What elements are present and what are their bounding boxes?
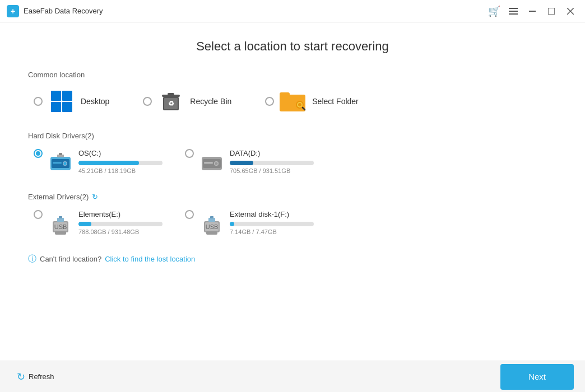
svg-rect-13: [280, 92, 290, 97]
svg-point-17: [298, 103, 301, 106]
os-c-drive-name: OS(C:): [78, 149, 162, 157]
svg-rect-36: [55, 231, 66, 235]
svg-rect-25: [59, 153, 62, 155]
select-folder-icon: [280, 88, 307, 115]
elements-e-drive-item[interactable]: USB Elements(E:) 788.08GB / 931.48GB: [34, 210, 162, 237]
page-title: Select a location to start recovering: [28, 39, 557, 54]
data-d-progress-bg: [230, 161, 314, 165]
cant-find-prefix: Can't find location?: [40, 255, 101, 263]
external-f-radio[interactable]: [185, 210, 194, 219]
data-d-progress-fill: [230, 161, 253, 165]
refresh-label: Refresh: [29, 372, 54, 381]
refresh-spin-icon: ↻: [92, 193, 98, 201]
close-button[interactable]: [563, 3, 578, 19]
cant-find-row: ⓘ Can't find location? Click to find the…: [28, 254, 557, 264]
data-d-drive-size: 705.65GB / 931.51GB: [230, 167, 314, 174]
minimize-button[interactable]: [524, 3, 540, 19]
desktop-icon: [48, 88, 75, 115]
desktop-label: Desktop: [81, 97, 109, 106]
os-c-radio[interactable]: [34, 149, 43, 158]
svg-rect-40: [210, 216, 213, 218]
hard-disk-drives-row: OS(C:) 45.21GB / 118.19GB DATA(: [28, 149, 557, 176]
titlebar: + EaseFab Data Recovery 🛒: [0, 0, 585, 22]
hard-disk-section-title: Hard Disk Drivers(2): [28, 132, 557, 140]
footer: ↻ Refresh Next: [0, 361, 585, 392]
common-location-row: Desktop ♻ Recycle Bin: [28, 88, 557, 115]
elements-e-radio[interactable]: [34, 210, 43, 219]
find-lost-location-link[interactable]: Click to find the lost location: [105, 255, 195, 263]
app-title: EaseFab Data Recovery: [24, 7, 486, 15]
data-d-radio[interactable]: [185, 149, 194, 158]
recycle-bin-radio[interactable]: [143, 97, 152, 106]
select-folder-label: Select Folder: [312, 97, 358, 106]
svg-rect-0: [509, 8, 518, 9]
desktop-radio[interactable]: [34, 97, 43, 106]
svg-rect-1: [509, 11, 518, 12]
svg-rect-4: [548, 8, 555, 15]
svg-rect-39: [208, 218, 215, 222]
cart-icon[interactable]: 🛒: [486, 3, 502, 19]
data-d-drive-name: DATA(D:): [230, 149, 314, 157]
external-f-drive-item[interactable]: USB External disk-1(F:) 7.14GB / 7.47GB: [185, 210, 314, 237]
svg-rect-23: [53, 162, 62, 164]
select-folder-radio[interactable]: [265, 97, 274, 106]
data-d-hdd-icon: [199, 151, 224, 176]
external-f-usb-icon: USB: [199, 212, 224, 237]
svg-rect-10: [168, 93, 174, 95]
svg-text:♻: ♻: [168, 100, 174, 108]
elements-e-progress-fill: [78, 222, 91, 226]
main-content: Select a location to start recovering Co…: [0, 22, 585, 361]
menu-icon[interactable]: [505, 3, 521, 19]
select-folder-location-item[interactable]: Select Folder: [265, 88, 358, 115]
os-c-drive-item[interactable]: OS(C:) 45.21GB / 118.19GB: [34, 149, 162, 176]
svg-point-22: [64, 162, 67, 165]
os-c-hdd-icon: [48, 151, 73, 176]
external-f-drive-info: External disk-1(F:) 7.14GB / 7.47GB: [230, 210, 314, 235]
svg-text:USB: USB: [206, 223, 219, 230]
window-controls: 🛒: [486, 3, 578, 19]
svg-point-29: [215, 162, 218, 165]
svg-rect-34: [59, 216, 62, 218]
maximize-button[interactable]: [544, 3, 559, 19]
external-drives-row: USB Elements(E:) 788.08GB / 931.48GB: [28, 210, 557, 237]
elements-e-drive-size: 788.08GB / 931.48GB: [78, 228, 162, 235]
svg-rect-42: [206, 231, 217, 235]
common-location-label: Common location: [28, 71, 557, 79]
svg-rect-30: [204, 162, 213, 164]
svg-rect-2: [509, 13, 518, 15]
svg-text:USB: USB: [54, 223, 67, 230]
svg-rect-3: [529, 11, 536, 12]
next-button[interactable]: Next: [500, 364, 574, 390]
svg-rect-33: [57, 218, 64, 222]
recycle-bin-location-item[interactable]: ♻ Recycle Bin: [143, 88, 231, 115]
os-c-progress-bg: [78, 161, 162, 165]
external-f-progress-fill: [230, 222, 234, 226]
external-f-drive-name: External disk-1(F:): [230, 210, 314, 218]
desktop-location-item[interactable]: Desktop: [34, 88, 109, 115]
elements-e-progress-bg: [78, 222, 162, 226]
elements-e-drive-name: Elements(E:): [78, 210, 162, 218]
external-f-drive-size: 7.14GB / 7.47GB: [230, 228, 314, 235]
data-d-drive-item[interactable]: DATA(D:) 705.65GB / 931.51GB: [185, 149, 314, 176]
recycle-bin-icon: ♻: [157, 88, 184, 115]
elements-e-drive-info: Elements(E:) 788.08GB / 931.48GB: [78, 210, 162, 235]
app-logo: +: [7, 5, 19, 17]
help-icon: ⓘ: [28, 254, 36, 264]
elements-e-usb-icon: USB: [48, 212, 73, 237]
data-d-drive-info: DATA(D:) 705.65GB / 931.51GB: [230, 149, 314, 174]
os-c-progress-fill: [78, 161, 139, 165]
os-c-drive-size: 45.21GB / 118.19GB: [78, 167, 162, 174]
refresh-icon: ↻: [17, 371, 25, 383]
os-c-drive-info: OS(C:) 45.21GB / 118.19GB: [78, 149, 162, 174]
external-drivers-section-title: External Drivers(2) ↻: [28, 193, 557, 201]
external-f-progress-bg: [230, 222, 314, 226]
recycle-bin-label: Recycle Bin: [190, 97, 231, 106]
refresh-button[interactable]: ↻ Refresh: [11, 367, 60, 386]
